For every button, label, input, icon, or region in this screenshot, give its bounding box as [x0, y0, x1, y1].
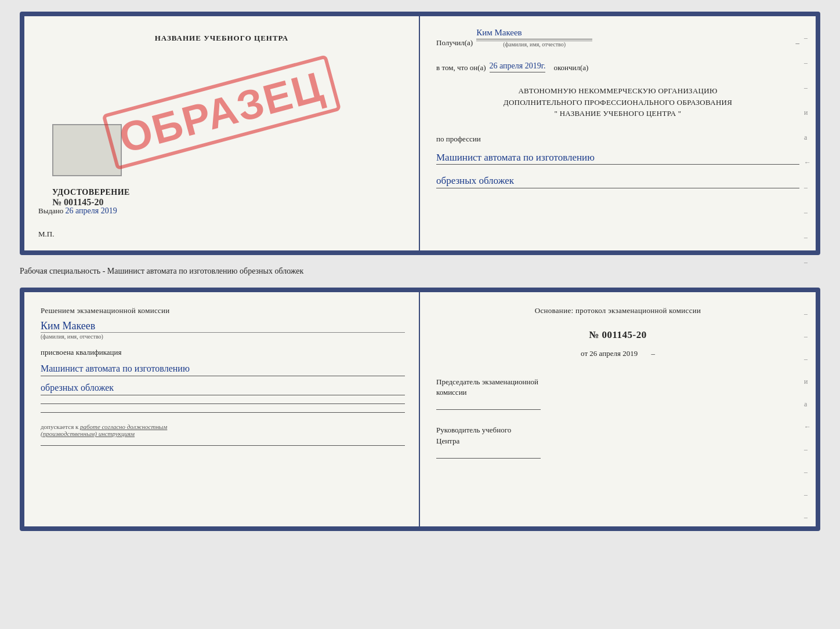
name-wrapper: Ким Макеев (фамилия, имя, отчество): [41, 320, 405, 340]
qualification-line1: Машинист автомата по изготовлению: [41, 362, 405, 376]
doc1-title: НАЗВАНИЕ УЧЕБНОГО ЦЕНТРА: [38, 34, 405, 43]
photo-placeholder: [52, 124, 122, 176]
received-row: Получил(а) Ким Макеев (фамилия, имя, отч…: [436, 28, 799, 48]
cert-center: ОБРАЗЕЦ УДОСТОВЕРЕНИЕ № 001145-20: [38, 54, 405, 170]
recipient-name: Ким Макеев: [476, 28, 592, 39]
recipient-sublabel: (фамилия, имя, отчество): [476, 41, 592, 48]
doc1-left: НАЗВАНИЕ УЧЕБНОГО ЦЕНТРА ОБРАЗЕЦ УДОСТОВ…: [24, 16, 420, 250]
issued-date: 26 апреля 2019: [66, 206, 117, 215]
допуск-text: работе согласно должностным: [80, 423, 167, 430]
org-line3: " НАЗВАНИЕ УЧЕБНОГО ЦЕНТРА ": [436, 108, 799, 119]
doc2-right: – – – и а ← – – – – Основание: протокол …: [420, 292, 816, 526]
issued-label: Выдано: [38, 206, 63, 215]
qualification-line2: обрезных обложек: [41, 381, 405, 395]
doc1-right: – – – и а ← – – – – Получил(а) Ким Макее…: [420, 16, 816, 250]
commission-text: Решением экзаменационной комиссии: [41, 306, 405, 315]
org-block: АВТОНОМНУЮ НЕКОММЕРЧЕСКУЮ ОРГАНИЗАЦИЮ ДО…: [436, 85, 799, 119]
protocol-number: № 001145-20: [436, 329, 799, 341]
cert-type: УДОСТОВЕРЕНИЕ: [52, 188, 130, 197]
допуск-block: допускается к работе согласно должностны…: [41, 423, 405, 437]
director-signature-line: [436, 458, 541, 459]
person-name: Ким Макеев: [41, 320, 405, 332]
director-block: Руководитель учебного Центра: [436, 425, 799, 458]
director-label: Руководитель учебного Центра: [436, 425, 799, 446]
cert-info: УДОСТОВЕРЕНИЕ № 001145-20: [52, 188, 130, 208]
received-label: Получил(а): [436, 38, 473, 48]
protocol-date: от 26 апреля 2019 –: [436, 349, 799, 358]
issued-line: Выдано 26 апреля 2019: [38, 206, 117, 216]
profession-line2: обрезных обложек: [436, 174, 799, 188]
sample-stamp: ОБРАЗЕЦ: [102, 54, 341, 170]
profession-label: по профессии: [436, 134, 799, 144]
in-that-label: в том, что он(а): [436, 63, 486, 72]
doc2-left: Решением экзаменационной комиссии Ким Ма…: [24, 292, 420, 526]
profession-line1: Машинист автомата по изготовлению: [436, 151, 799, 165]
допуск-line: [41, 445, 405, 446]
org-line1: АВТОНОМНУЮ НЕКОММЕРЧЕСКУЮ ОРГАНИЗАЦИЮ: [436, 85, 799, 97]
date-value: 26 апреля 2019: [589, 349, 638, 358]
document-pair-2: Решением экзаменационной комиссии Ким Ма…: [20, 288, 820, 531]
допуск-text2: (производственным) инструкциям: [41, 430, 135, 437]
doc2-right-dashes: – – – и а ← – – – –: [804, 310, 811, 522]
mp-label: М.П.: [38, 230, 54, 239]
right-dashes: – – – и а ← – – – –: [804, 34, 811, 267]
finished-label: окончил(а): [553, 63, 588, 72]
chairman-signature-line: [436, 409, 541, 410]
допуск-label: допускается к: [41, 423, 78, 430]
between-label: Рабочая специальность - Машинист автомат…: [20, 264, 820, 278]
blank-line1: [41, 403, 405, 404]
in-that-row: в том, что он(а) 26 апреля 2019г. окончи…: [436, 61, 799, 72]
blank-line2: [41, 412, 405, 413]
name-sublabel: (фамилия, имя, отчество): [41, 332, 405, 340]
qualification-label: присвоена квалификация: [41, 348, 405, 357]
chairman-block: Председатель экзаменационной комиссии: [436, 377, 799, 410]
org-line2: ДОПОЛНИТЕЛЬНОГО ПРОФЕССИОНАЛЬНОГО ОБРАЗО…: [436, 97, 799, 108]
document-pair-1: НАЗВАНИЕ УЧЕБНОГО ЦЕНТРА ОБРАЗЕЦ УДОСТОВ…: [20, 12, 820, 255]
completion-date: 26 апреля 2019г.: [490, 61, 546, 72]
date-label: от: [581, 349, 588, 358]
foundation-text: Основание: протокол экзаменационной коми…: [436, 306, 799, 315]
chairman-label: Председатель экзаменационной комиссии: [436, 377, 799, 398]
recipient-wrapper: Ким Макеев (фамилия, имя, отчество): [476, 28, 592, 48]
